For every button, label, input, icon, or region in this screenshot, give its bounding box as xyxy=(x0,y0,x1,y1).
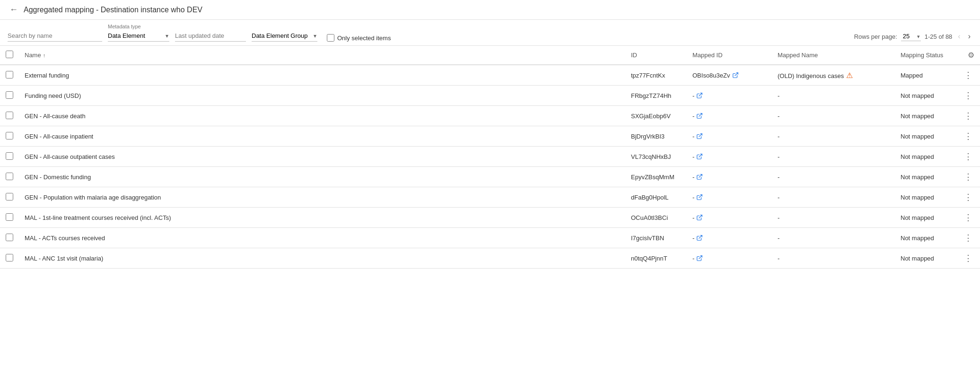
mapped-name-text: - xyxy=(778,174,779,181)
table-body: External fundingtpz77FcntKxOBIso8u3eZv(O… xyxy=(0,65,980,269)
mapped-name-text: - xyxy=(778,133,779,140)
row-actions: ⋮ xyxy=(956,65,980,86)
row-menu-button[interactable]: ⋮ xyxy=(962,151,974,162)
row-mapped-id: - xyxy=(687,187,772,208)
row-menu-button[interactable]: ⋮ xyxy=(962,111,974,121)
row-menu-button[interactable]: ⋮ xyxy=(962,131,974,141)
mapped-id-text: - xyxy=(692,153,694,160)
header-id: ID xyxy=(625,46,687,65)
mapped-id-link[interactable] xyxy=(696,153,703,160)
mapped-name-text: - xyxy=(778,194,779,201)
mapped-id-link[interactable] xyxy=(732,72,739,78)
row-checkbox[interactable] xyxy=(6,254,13,261)
row-actions: ⋮ xyxy=(956,126,980,147)
row-actions: ⋮ xyxy=(956,86,980,106)
prev-page-button[interactable]: ‹ xyxy=(956,31,962,42)
mapped-id-link[interactable] xyxy=(696,113,703,119)
row-menu-button[interactable]: ⋮ xyxy=(962,233,974,243)
row-actions: ⋮ xyxy=(956,167,980,187)
row-checkbox[interactable] xyxy=(6,213,13,221)
svg-line-2 xyxy=(699,113,702,116)
settings-icon[interactable]: ⚙ xyxy=(968,51,974,59)
metadata-type-select[interactable]: Data Element xyxy=(108,30,169,42)
mapped-id-link[interactable] xyxy=(696,235,703,241)
row-name: GEN - Domestic funding xyxy=(19,167,625,187)
rows-per-page-label: Rows per page: xyxy=(854,33,897,40)
top-bar: ← Aggregated mapping - Destination insta… xyxy=(0,0,980,20)
row-actions: ⋮ xyxy=(956,187,980,208)
mapped-id-link[interactable] xyxy=(696,92,703,99)
row-menu-button[interactable]: ⋮ xyxy=(962,212,974,223)
row-checkbox[interactable] xyxy=(6,173,13,180)
row-name: Funding need (USD) xyxy=(19,86,625,106)
row-mapped-id: OBIso8u3eZv xyxy=(687,65,772,86)
select-all-checkbox[interactable] xyxy=(6,51,13,58)
header-mapped-id: Mapped ID xyxy=(687,46,772,65)
row-name: MAL - ACTs courses received xyxy=(19,228,625,248)
mapped-id-link[interactable] xyxy=(696,133,703,139)
row-menu-button[interactable]: ⋮ xyxy=(962,172,974,182)
row-name: MAL - ANC 1st visit (malaria) xyxy=(19,248,625,269)
search-input[interactable] xyxy=(8,30,102,42)
row-menu-button[interactable]: ⋮ xyxy=(962,192,974,202)
row-checkbox-cell xyxy=(0,126,19,147)
data-element-group-select[interactable]: Data Element Group xyxy=(252,30,317,42)
row-name: GEN - Population with malaria age disagg… xyxy=(19,187,625,208)
row-mapped-id: - xyxy=(687,167,772,187)
row-checkbox[interactable] xyxy=(6,152,13,160)
table-row: GEN - All-cause outpatient casesVL73cqNH… xyxy=(0,147,980,167)
row-status: Not mapped xyxy=(895,187,956,208)
row-status: Not mapped xyxy=(895,167,956,187)
row-mapped-id: - xyxy=(687,248,772,269)
row-status: Mapped xyxy=(895,65,956,86)
name-sort-button[interactable]: Name ↑ xyxy=(25,52,620,59)
mapped-id-link[interactable] xyxy=(696,194,703,200)
row-checkbox[interactable] xyxy=(6,234,13,241)
row-mapped-name: - xyxy=(772,187,895,208)
search-group xyxy=(8,30,102,42)
table-row: MAL - ACTs courses receivedI7gcisIvTBN--… xyxy=(0,228,980,248)
only-selected-checkbox[interactable] xyxy=(327,34,334,42)
row-status: Not mapped xyxy=(895,208,956,228)
last-updated-input[interactable] xyxy=(175,30,246,42)
row-mapped-name: - xyxy=(772,167,895,187)
row-status: Not mapped xyxy=(895,86,956,106)
row-checkbox[interactable] xyxy=(6,71,13,78)
row-checkbox[interactable] xyxy=(6,112,13,119)
row-status: Not mapped xyxy=(895,106,956,126)
row-checkbox[interactable] xyxy=(6,193,13,200)
data-element-group-group: Data Element Group xyxy=(252,30,317,42)
metadata-type-label: Metadata type xyxy=(108,24,169,29)
mapped-id-link[interactable] xyxy=(696,174,703,180)
row-menu-button[interactable]: ⋮ xyxy=(962,253,974,263)
mapped-name-text: (OLD) Indigenous cases xyxy=(778,72,844,79)
row-menu-button[interactable]: ⋮ xyxy=(962,90,974,101)
only-selected-label[interactable]: Only selected items xyxy=(337,35,391,42)
next-page-button[interactable]: › xyxy=(966,31,972,42)
mapped-name-text: - xyxy=(778,113,779,120)
row-checkbox[interactable] xyxy=(6,91,13,99)
header-checkbox-cell xyxy=(0,46,19,65)
row-actions: ⋮ xyxy=(956,228,980,248)
mapped-id-link[interactable] xyxy=(696,214,703,221)
row-menu-button[interactable]: ⋮ xyxy=(962,70,974,80)
row-mapped-name: - xyxy=(772,228,895,248)
row-id: EpyvZBsqMmM xyxy=(625,167,687,187)
row-name: External funding xyxy=(19,65,625,86)
mapped-id-link[interactable] xyxy=(696,255,703,261)
row-status: Not mapped xyxy=(895,248,956,269)
row-id: SXGjaEobp6V xyxy=(625,106,687,126)
mapped-name-text: - xyxy=(778,235,779,242)
mapped-name-text: - xyxy=(778,92,779,99)
back-button[interactable]: ← xyxy=(8,5,20,15)
row-checkbox-cell xyxy=(0,167,19,187)
row-checkbox-cell xyxy=(0,65,19,86)
row-checkbox-cell xyxy=(0,106,19,126)
svg-line-9 xyxy=(699,256,702,259)
row-checkbox[interactable] xyxy=(6,132,13,139)
rows-per-page-select[interactable]: 10 25 50 100 xyxy=(901,32,921,41)
mapping-table: Name ↑ ID Mapped ID Mapped Name Mapping … xyxy=(0,46,980,269)
row-name: GEN - All-cause inpatient xyxy=(19,126,625,147)
row-id: tpz77FcntKx xyxy=(625,65,687,86)
data-element-group-select-wrapper: Data Element Group xyxy=(252,30,317,42)
